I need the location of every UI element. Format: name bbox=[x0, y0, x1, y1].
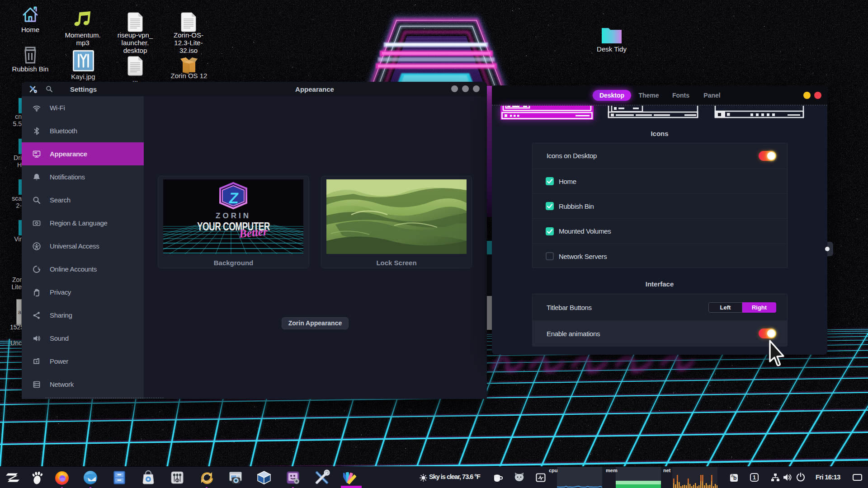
svg-text:s: s bbox=[38, 266, 39, 270]
svg-text:ZORIN: ZORIN bbox=[216, 211, 251, 220]
svg-text:Better: Better bbox=[238, 225, 268, 239]
